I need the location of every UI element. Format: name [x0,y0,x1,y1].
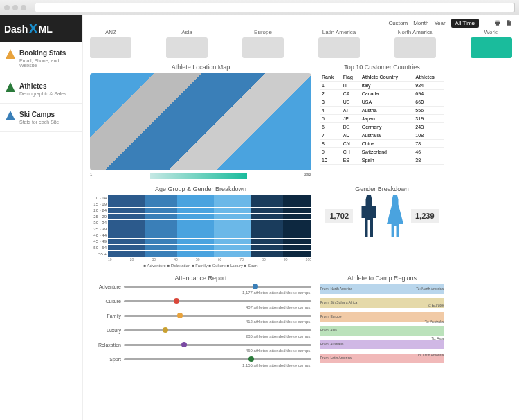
skier-icon [6,82,15,92]
att-slider-track[interactable] [124,300,311,302]
att-slider-knob[interactable] [163,327,168,333]
world-map[interactable] [90,73,311,170]
table-row[interactable]: 1ITItaly924 [320,82,444,90]
athlete-location-panel: Athlete Location Map 1 292 [90,64,311,179]
window-close-dot[interactable] [4,5,10,10]
att-slider-knob[interactable] [177,313,183,318]
url-bar[interactable] [35,3,515,12]
nav-subtitle: Email, Phone, and Website [19,58,77,68]
att-label: Culture [90,299,121,304]
region-europe[interactable]: Europe [242,29,284,58]
window-max-dot[interactable] [21,5,26,10]
att-slider-track[interactable] [124,329,311,331]
age-bar-row: 40 - 44 [90,232,311,238]
nav-item-athletes[interactable]: AthletesDemographic & Sales [0,75,82,104]
att-slider-knob[interactable] [174,298,179,304]
sankey-panel: Athlete to Camp Regions From: North Amer… [320,275,444,374]
att-slider-track[interactable] [124,358,311,360]
female-count: 1,239 [411,209,439,223]
age-bar-row: 35 - 39 [90,226,311,232]
age-stacked-bar [108,245,311,250]
table-row[interactable]: 8CNChina78 [320,140,444,148]
table-header: Athletes [413,73,444,82]
age-label: 30 - 34 [90,221,107,225]
age-label: 50 - 54 [90,246,107,250]
table-row[interactable]: 4ATAustria556 [320,107,444,115]
attendance-title: Attendance Report [90,275,311,282]
region-label: Latin America [318,29,360,35]
table-row[interactable]: 3USUSA660 [320,98,444,107]
age-stacked-bar [108,226,311,232]
sankey-from-label: From: Europe [320,313,343,319]
age-stacked-bar [108,214,311,219]
export-icon[interactable] [505,19,512,26]
time-filter-all-time[interactable]: All Time [451,19,479,28]
sankey-to-label: To: Australia [424,319,444,325]
age-bar-row: 45 - 49 [90,239,311,244]
female-icon [385,195,406,237]
table-row[interactable]: 7AUAustralia108 [320,131,444,140]
region-thumb-map [90,37,131,58]
region-world[interactable]: World [471,29,512,58]
att-slider-knob[interactable] [248,356,254,362]
age-bar-row: 50 - 54 [90,245,311,250]
age-title: Age Group & Gender Breakdown [90,185,311,192]
table-row[interactable]: 9CHSwitzerland46 [320,148,444,156]
table-header: Flag [341,73,360,82]
att-slider-track[interactable] [124,344,311,346]
age-label: 55 + [90,252,107,256]
legend-max: 292 [304,172,311,176]
age-gender-panel: Age Group & Gender Breakdown 0 - 1415 - … [90,185,311,268]
region-thumb-map [242,37,284,58]
attendance-panel: Attendance Report Adventure1,177 athlete… [90,275,311,374]
print-icon[interactable] [494,19,501,26]
table-row[interactable]: 2CACanada694 [320,90,444,98]
window-min-dot[interactable] [12,5,18,10]
att-slider-track[interactable] [124,315,311,317]
att-slider-knob[interactable] [253,284,258,289]
table-row[interactable]: 10ESSpain38 [320,156,444,165]
nav-item-booking-stats[interactable]: Booking StatsEmail, Phone, and Website [0,42,82,75]
table-header: Rank [320,73,341,82]
countries-table: RankFlagAthlete CountryAthletes 1ITItaly… [320,73,444,165]
sankey-title: Athlete to Camp Regions [320,275,444,282]
region-north-america[interactable]: North America [394,29,436,58]
age-bar-row: 55 + [90,251,311,257]
nav-subtitle: Demographic & Sales [19,91,66,96]
sankey-to-label: To: Europe [426,302,444,308]
nav-title: Booking Stats [19,49,77,57]
attendance-row-relaxation: Relaxation450 athletes attended these ca… [90,343,311,353]
mountain-icon [6,111,15,120]
attendance-row-luxury: Luxury285 athletes attended these camps. [90,328,311,338]
table-row[interactable]: 5JPJapan319 [320,115,444,123]
time-filter-year[interactable]: Year [434,20,445,26]
att-slider-track[interactable] [124,286,311,288]
sidebar: DashXML Booking StatsEmail, Phone, and W… [0,15,83,420]
map-legend-gradient [150,173,247,179]
browser-chrome [0,0,519,15]
pencil-icon [6,49,15,59]
legend-min: 1 [90,172,92,176]
att-slider-knob[interactable] [181,342,187,347]
att-description: 450 athletes attended these camps. [90,349,311,353]
attendance-row-culture: Culture407 athletes attended these camps… [90,299,311,309]
sankey-to-label: To: North America [415,286,444,291]
att-label: Adventure [90,284,121,289]
region-latin-america[interactable]: Latin America [318,29,360,58]
region-selector-row: ANZAsiaEuropeLatin AmericaNorth AmericaW… [90,29,512,58]
nav-item-ski-camps[interactable]: Ski CampsStats for each Site [0,104,82,132]
region-anz[interactable]: ANZ [90,29,131,58]
region-label: North America [394,29,436,35]
time-filter-custom[interactable]: Custom [389,20,408,26]
male-count: 1,702 [325,209,353,223]
age-stacked-bar [108,251,311,257]
sankey-to-label: To: Asia [430,336,444,341]
time-filter-month[interactable]: Month [413,20,428,26]
table-row[interactable]: 6DEGermany243 [320,123,444,131]
age-bar-row: 25 - 29 [90,214,311,219]
logo-text-2: ML [39,24,53,35]
time-filter-bar: CustomMonthYearAll Time [90,19,512,26]
att-description: 412 athletes attended these camps. [90,320,311,324]
region-asia[interactable]: Asia [166,29,208,58]
nav-title: Athletes [19,82,66,90]
